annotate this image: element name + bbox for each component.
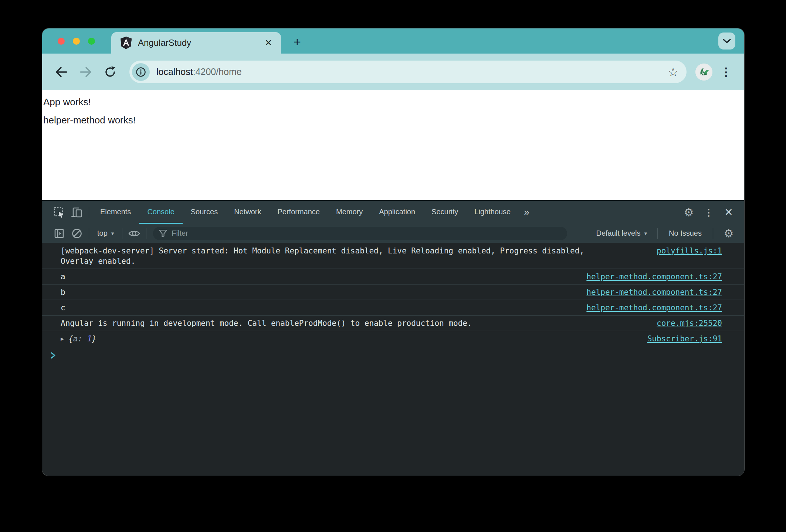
devtools-close-icon[interactable]: ✕ [720,207,738,218]
chevron-down-icon [722,38,731,44]
url-path: :4200/home [193,66,242,77]
console-message-text: b [61,287,65,297]
tab-sources[interactable]: Sources [183,201,226,224]
console-prompt[interactable] [42,347,744,359]
devtools-tabs: Elements Console Sources Network Perform… [92,201,519,224]
divider [713,228,713,239]
console-message-text: c [61,303,65,313]
tab-title: AngularStudy [138,38,263,48]
divider [89,207,89,218]
devtools-panel: Elements Console Sources Network Perform… [42,200,744,476]
source-link[interactable]: polyfills.js:1 [657,246,722,256]
inspect-element-button[interactable] [50,201,68,224]
window-minimize-button[interactable] [73,38,80,45]
window-zoom-button[interactable] [88,38,95,45]
browser-window: AngularStudy ✕ + [42,28,744,476]
live-expression-button[interactable] [125,229,143,238]
source-link[interactable]: helper-method.component.ts:27 [586,287,722,297]
object-close-brace: } [92,334,96,343]
tab-search-button[interactable] [718,33,735,50]
site-info-button[interactable] [132,63,150,81]
device-toolbar-button[interactable] [68,201,86,224]
back-arrow-icon [55,66,68,78]
browser-menu-button[interactable]: ⋮ [718,65,735,78]
new-tab-button[interactable]: + [289,34,305,50]
console-sidebar-toggle-button[interactable] [50,228,68,239]
address-bar[interactable]: localhost:4200/home ☆ [129,61,687,83]
angular-logo-icon [120,37,132,49]
more-tabs-button[interactable]: » [519,201,534,224]
helper-method-works-text: helper-method works! [43,111,744,129]
page-content: App works! helper-method works! [42,90,744,200]
prompt-chevron-icon [50,351,56,359]
context-label: top [97,229,108,238]
forward-button[interactable] [76,62,95,82]
forward-arrow-icon [79,66,92,78]
devtools-menu-icon[interactable]: ⋮ [700,208,718,217]
filter-funnel-icon [159,230,167,237]
sidebar-panel-icon [54,228,64,239]
console-message-row: Angular is running in development mode. … [42,316,744,331]
source-link[interactable]: core.mjs:25520 [657,318,722,328]
expand-triangle-icon[interactable]: ▶ [61,334,64,344]
javascript-context-dropdown[interactable]: top ▾ [92,229,119,238]
tab-performance[interactable]: Performance [270,201,328,224]
profile-avatar[interactable] [695,64,712,81]
object-separator: : [78,334,87,343]
app-works-text: App works! [43,93,744,111]
console-message-row: a helper-method.component.ts:27 [42,269,744,284]
console-message-text: a [61,272,65,282]
clear-console-button[interactable] [68,228,86,239]
log-levels-dropdown[interactable]: Default levels ▾ [592,229,651,238]
bookmark-star-icon[interactable]: ☆ [668,66,678,78]
browser-tab[interactable]: AngularStudy ✕ [111,32,281,54]
console-settings-icon[interactable]: ⚙ [720,228,738,239]
tab-application[interactable]: Application [371,201,423,224]
avatar-image [695,64,712,81]
tab-elements[interactable]: Elements [92,201,139,224]
console-filter-input[interactable]: Filter [153,227,567,240]
eye-icon [128,229,140,238]
back-button[interactable] [52,62,71,82]
window-close-button[interactable] [58,38,65,45]
console-message-text: Angular is running in development mode. … [61,318,472,328]
chevron-down-icon: ▾ [111,230,114,237]
source-link[interactable]: Subscriber.js:91 [647,334,722,344]
source-link[interactable]: helper-method.component.ts:27 [586,272,722,282]
devtools-tabbar: Elements Console Sources Network Perform… [42,200,744,224]
source-link[interactable]: helper-method.component.ts:27 [586,303,722,313]
device-toolbar-icon [71,207,83,218]
console-object-row: ▶{a: 1} Subscriber.js:91 [42,331,744,347]
reload-button[interactable] [101,62,120,82]
chevron-down-icon: ▾ [644,230,647,237]
inspect-cursor-icon [53,207,65,218]
devtools-settings-icon[interactable]: ⚙ [680,207,698,218]
divider [89,228,89,239]
object-preview[interactable]: ▶{a: 1} [61,334,96,345]
tab-close-icon[interactable]: ✕ [263,37,274,49]
ban-icon [71,228,82,239]
console-toolbar-right: Default levels ▾ No Issues ⚙ [592,228,738,239]
console-toolbar: top ▾ Filter Default levels [42,224,744,243]
tab-strip: AngularStudy ✕ + [42,28,744,54]
tab-security[interactable]: Security [423,201,466,224]
console-message-row: c helper-method.component.ts:27 [42,300,744,316]
divider [146,228,146,239]
reload-icon [104,66,116,78]
tab-console[interactable]: Console [139,201,182,224]
divider [657,228,658,239]
tab-network[interactable]: Network [226,201,269,224]
tab-memory[interactable]: Memory [328,201,371,224]
object-key: a [73,334,78,343]
url-text: localhost:4200/home [156,66,668,77]
divider [122,228,122,239]
browser-toolbar: localhost:4200/home ☆ ⋮ [42,54,744,90]
filter-placeholder: Filter [172,229,188,238]
info-icon [136,67,146,77]
window-controls [58,28,95,54]
issues-counter[interactable]: No Issues [664,229,706,238]
console-message-row: b helper-method.component.ts:27 [42,284,744,300]
tab-lighthouse[interactable]: Lighthouse [466,201,519,224]
object-value: 1 [87,334,92,343]
url-host: localhost [156,66,193,77]
